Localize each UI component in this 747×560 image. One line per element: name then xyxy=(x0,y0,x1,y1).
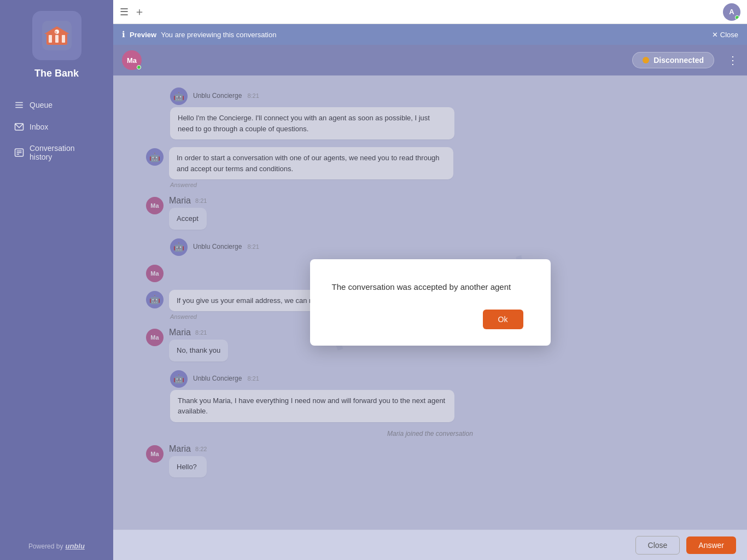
svg-rect-4 xyxy=(62,35,65,43)
bottom-bar: Close Answer xyxy=(113,529,747,560)
close-x-icon: ✕ xyxy=(712,31,718,39)
disconnected-label: Disconnected xyxy=(653,56,704,65)
user-avatar[interactable]: A xyxy=(723,3,740,21)
conversation-avatar-status xyxy=(137,65,141,69)
svg-rect-3 xyxy=(55,35,59,43)
brand-logo: $ xyxy=(32,11,81,60)
modal-ok-button[interactable]: Ok xyxy=(483,310,523,329)
brand-title: The Bank xyxy=(34,68,79,79)
close-button[interactable]: Close xyxy=(635,536,680,555)
preview-label-bold: Preview xyxy=(130,31,156,39)
avatar-initials: A xyxy=(729,8,734,16)
sidebar-item-queue-label: Queue xyxy=(30,101,52,109)
modal-message: The conversation was accepted by another… xyxy=(332,281,523,294)
unblu-brand: unblu xyxy=(65,542,84,550)
modal-dialog: The conversation was accepted by another… xyxy=(310,259,551,346)
conversation-header: Ma Disconnected ⋮ xyxy=(113,45,747,75)
preview-bar: ℹ Preview You are previewing this conver… xyxy=(113,24,747,45)
topbar: ☰ ＋ A xyxy=(113,0,747,24)
conversation-avatar: Ma xyxy=(122,50,142,70)
svg-rect-2 xyxy=(49,35,52,43)
sidebar-footer: Powered by unblu xyxy=(28,542,85,560)
sidebar: $ The Bank Queue Inbox Conversation his xyxy=(0,0,113,560)
preview-close-button[interactable]: ✕ Close xyxy=(712,31,738,39)
online-indicator xyxy=(735,15,739,20)
conversation-avatar-initials: Ma xyxy=(127,56,137,65)
preview-label-text: You are previewing this conversation xyxy=(161,31,276,39)
sidebar-item-queue[interactable]: Queue xyxy=(7,95,107,115)
main-panel: ☰ ＋ A ℹ Preview You are previewing this … xyxy=(113,0,747,560)
disconnected-dot-icon xyxy=(643,57,649,63)
sidebar-item-history-label: Conversation history xyxy=(30,144,99,161)
menu-icon[interactable]: ☰ xyxy=(120,6,129,18)
new-tab-icon[interactable]: ＋ xyxy=(134,4,145,19)
sidebar-item-inbox-label: Inbox xyxy=(30,122,48,131)
info-icon: ℹ xyxy=(122,30,125,39)
preview-close-label: Close xyxy=(720,31,738,39)
chat-area: PREVIEW 🤖 Unblu Concierge 8:21 Hello I'm… xyxy=(113,75,747,529)
svg-text:$: $ xyxy=(55,31,57,34)
more-options-icon[interactable]: ⋮ xyxy=(727,54,738,67)
answer-button[interactable]: Answer xyxy=(686,536,736,554)
modal-overlay: The conversation was accepted by another… xyxy=(113,75,747,529)
disconnected-badge: Disconnected xyxy=(632,52,714,68)
sidebar-item-history[interactable]: Conversation history xyxy=(7,138,107,167)
sidebar-nav: Queue Inbox Conversation history xyxy=(0,95,113,168)
sidebar-item-inbox[interactable]: Inbox xyxy=(7,116,107,137)
modal-footer: Ok xyxy=(332,310,523,329)
powered-by-text: Powered by xyxy=(28,542,63,550)
